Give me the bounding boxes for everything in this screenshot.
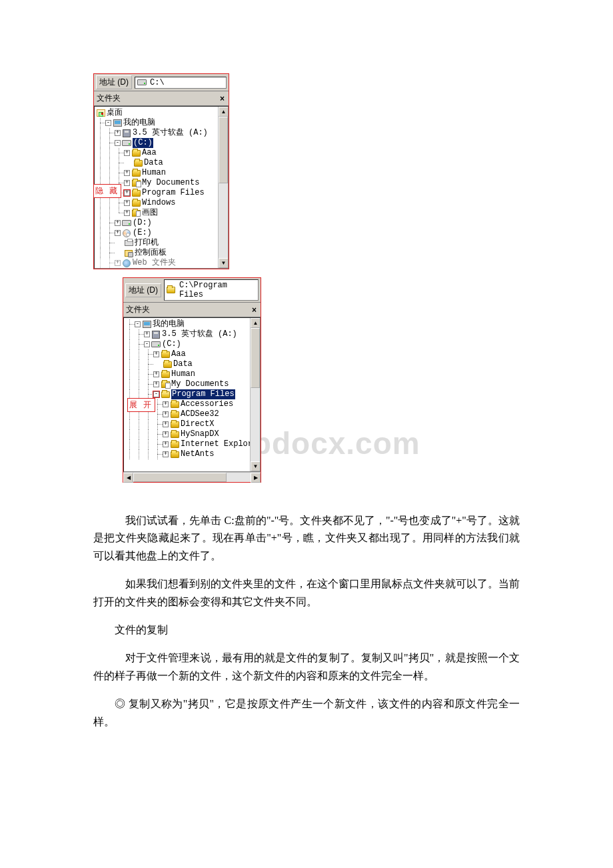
tree-node-edrive[interactable]: (E:) — [95, 228, 228, 238]
tree-node-folder[interactable]: Aaa — [124, 349, 260, 359]
collapse-toggle[interactable] — [115, 140, 121, 146]
folder-icon — [170, 400, 179, 409]
folders-title-row: 文件夹 × — [123, 303, 261, 317]
node-label: My Documents — [171, 379, 229, 389]
tree-node-printer[interactable]: 打印机 — [95, 238, 228, 248]
expand-toggle[interactable] — [163, 421, 169, 427]
paint-folder-icon — [131, 209, 141, 217]
collapse-toggle[interactable] — [135, 321, 141, 327]
explorer-panel-2: 地址 (D) C:\Program Files 文件夹 × 我的电脑 — [123, 277, 261, 483]
tree-node-mypc[interactable]: 我的电脑 — [95, 118, 228, 128]
expand-toggle[interactable] — [153, 381, 159, 387]
scroll-down-icon[interactable]: ▼ — [219, 258, 229, 268]
node-label: (D:) — [133, 218, 152, 228]
mydocs-icon — [131, 179, 141, 187]
close-pane-button[interactable]: × — [220, 94, 225, 103]
folders-title: 文件夹 — [97, 93, 121, 104]
tree-node-folder[interactable]: DirectX — [124, 419, 260, 429]
scroll-thumb[interactable] — [133, 473, 227, 482]
tree-node-folder[interactable]: Human — [95, 168, 228, 178]
mydocs-icon — [161, 380, 170, 389]
expand-toggle[interactable] — [153, 371, 159, 377]
folders-title-row: 文件夹 × — [94, 91, 229, 106]
address-combo[interactable]: C:\Program Files — [164, 279, 259, 301]
tree-node-web[interactable]: Web 文件夹 — [95, 258, 228, 268]
scroll-up-icon[interactable]: ▲ — [219, 107, 229, 117]
collapse-toggle[interactable] — [153, 391, 159, 397]
scroll-thumb[interactable] — [219, 117, 228, 183]
paragraph: 我们试试看，先单击 C:盘前的"-"号。文件夹都不见了，"-"号也变成了"+"号… — [93, 512, 520, 565]
collapse-toggle[interactable] — [105, 120, 111, 126]
tree-node-mydocs[interactable]: My Documents — [124, 379, 260, 389]
tree-node-floppy[interactable]: 3.5 英寸软盘 (A:) — [124, 329, 260, 339]
scroll-up-icon[interactable]: ▲ — [251, 318, 261, 328]
computer-icon — [113, 119, 122, 127]
expand-toggle[interactable] — [115, 130, 121, 136]
vertical-scrollbar[interactable]: ▲ ▼ — [218, 107, 228, 268]
expand-toggle[interactable] — [144, 331, 150, 337]
address-row: 地址 (D) C:\ — [94, 74, 229, 91]
folder-icon — [170, 430, 179, 439]
drive-icon — [122, 139, 131, 147]
tree-node-folder[interactable]: Data — [124, 359, 260, 369]
folder-icon — [161, 350, 170, 359]
address-path: C:\ — [150, 78, 165, 87]
tree-node-cdrive[interactable]: (C:) — [124, 339, 260, 349]
expand-toggle[interactable] — [153, 351, 159, 357]
expand-toggle[interactable] — [124, 190, 130, 196]
drive-icon — [151, 340, 161, 349]
scroll-right-icon[interactable]: ▶ — [251, 473, 261, 483]
tree-node-windows[interactable]: Windows — [95, 198, 228, 208]
node-label: My Documents — [142, 178, 199, 188]
expand-toggle[interactable] — [163, 451, 169, 457]
horizontal-scrollbar[interactable]: ◀ ▶ — [123, 472, 261, 482]
close-pane-button[interactable]: × — [252, 305, 257, 315]
paragraph: ◎ 复制又称为"拷贝"，它是按原文件产生一个新文件，该文件的内容和原文件完全一样… — [93, 695, 520, 731]
scroll-thumb[interactable] — [251, 328, 260, 388]
callout-hide: 隐 藏 — [93, 184, 121, 198]
folder-icon — [170, 420, 179, 429]
tree-node-cpanel[interactable]: 控制面板 — [95, 248, 228, 258]
expand-toggle[interactable] — [163, 431, 169, 437]
tree-node-ddrive[interactable]: (D:) — [95, 218, 228, 228]
collapse-toggle[interactable] — [144, 341, 150, 347]
tree-node-floppy[interactable]: 3.5 英寸软盘 (A:) — [95, 128, 228, 138]
expand-toggle[interactable] — [124, 170, 130, 176]
explorer-panel-1: 地址 (D) C:\ 文件夹 × 桌面 我的电脑 — [93, 73, 229, 269]
folder-icon — [131, 149, 141, 157]
node-label: NetAnts — [181, 449, 214, 459]
tree-node-folder[interactable]: Internet Explor — [124, 439, 260, 449]
tree-node-folder[interactable]: NetAnts — [124, 449, 260, 459]
expand-toggle[interactable] — [124, 180, 130, 186]
expand-toggle[interactable] — [115, 260, 121, 266]
address-label: 地址 (D) — [125, 283, 161, 297]
node-label: 控制面板 — [135, 248, 167, 258]
node-label: Program Files — [142, 188, 205, 198]
expand-toggle[interactable] — [124, 210, 130, 216]
expand-toggle[interactable] — [163, 411, 169, 417]
tree-node-folder[interactable]: Data — [95, 158, 228, 168]
expand-toggle[interactable] — [115, 230, 121, 236]
document-text: 我们试试看，先单击 C:盘前的"-"号。文件夹都不见了，"-"号也变成了"+"号… — [93, 512, 520, 731]
address-combo[interactable]: C:\ — [135, 77, 227, 89]
tree-node-folder[interactable]: HySnapDX — [124, 429, 260, 439]
vertical-scrollbar[interactable]: ▲ ▼ — [250, 318, 260, 471]
tree-node-paint[interactable]: 画图 — [95, 208, 228, 218]
expand-toggle[interactable] — [115, 220, 121, 226]
expand-toggle[interactable] — [124, 200, 130, 206]
scroll-down-icon[interactable]: ▼ — [251, 461, 261, 471]
expand-toggle[interactable] — [163, 441, 169, 447]
tree-node-cdrive[interactable]: (C:) — [95, 138, 228, 148]
scroll-left-icon[interactable]: ◀ — [123, 473, 133, 483]
open-folder-icon — [161, 390, 170, 399]
folder-icon — [131, 199, 141, 207]
floppy-icon — [151, 330, 161, 339]
paragraph: 如果我们想看到别的文件夹里的文件，在这个窗口里用鼠标点文件夹就可以了。当前打开的… — [93, 575, 520, 611]
tree-node-mypc[interactable]: 我的电脑 — [124, 319, 260, 329]
tree-node-desktop[interactable]: 桌面 — [95, 108, 228, 118]
drive-icon — [137, 78, 147, 87]
tree-node-folder[interactable]: Aaa — [95, 148, 228, 158]
expand-toggle[interactable] — [124, 150, 130, 156]
tree-node-folder[interactable]: Human — [124, 369, 260, 379]
expand-toggle[interactable] — [163, 401, 169, 407]
